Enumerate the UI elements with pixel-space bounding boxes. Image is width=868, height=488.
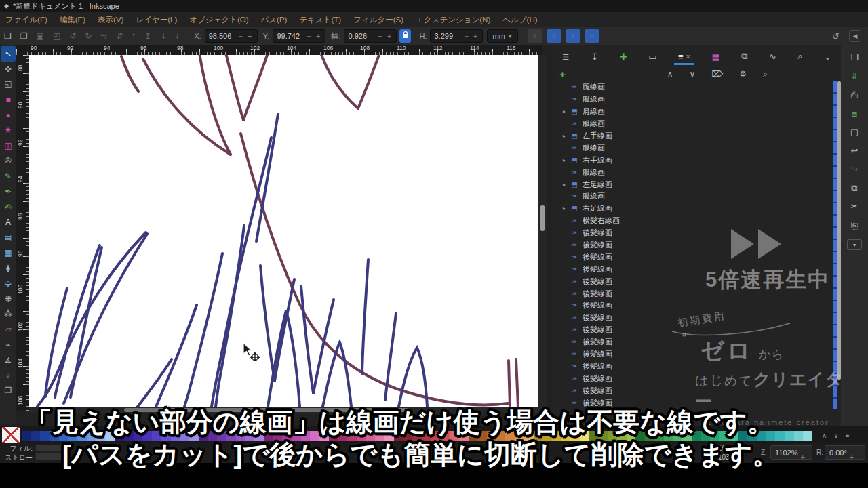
- layer-row-10[interactable]: ▸⬒右足線画: [554, 203, 831, 215]
- lock-ratio-button[interactable]: [399, 29, 411, 43]
- menu-item-5[interactable]: パス(P): [261, 15, 288, 25]
- cut-icon[interactable]: ✂: [851, 202, 859, 211]
- print-icon[interactable]: ⎙: [851, 90, 858, 99]
- save-document-icon[interactable]: ⇩: [851, 72, 859, 81]
- shape-builder-tool[interactable]: ◱: [1, 77, 16, 92]
- measure-tool[interactable]: ∡: [1, 352, 16, 368]
- tweak-tool[interactable]: ❋: [1, 291, 16, 307]
- x-field[interactable]: 98.506− +: [205, 29, 258, 43]
- settings-icon[interactable]: ⚙: [739, 69, 747, 79]
- layer-row-6[interactable]: ▸⬒右手線画: [554, 154, 831, 166]
- menu-item-1[interactable]: 編集(E): [60, 15, 85, 25]
- paste-icon[interactable]: ⎘: [851, 221, 858, 230]
- import-icon[interactable]: ⧈: [852, 109, 857, 118]
- open-document-icon[interactable]: ❒: [850, 53, 859, 62]
- raise-icon[interactable]: ↥: [144, 31, 151, 41]
- layer-row-2[interactable]: ▸⬒肩線画: [554, 106, 831, 118]
- width-field[interactable]: 0.926− +: [344, 29, 397, 43]
- palette-swatch-82[interactable]: [785, 431, 794, 441]
- pen-tool[interactable]: ✒: [1, 184, 16, 199]
- select-touch-icon[interactable]: ◰: [53, 31, 60, 41]
- tab-symbols[interactable]: ⧉: [738, 47, 750, 65]
- close-panel-icon[interactable]: ×: [686, 52, 690, 60]
- select-all-icon[interactable]: ❏: [4, 31, 12, 41]
- snap-page-button[interactable]: ⌗: [585, 29, 599, 43]
- box-3d-tool[interactable]: ◫: [1, 138, 16, 154]
- lower-icon[interactable]: ↧: [160, 31, 167, 41]
- layer-row-8[interactable]: ▸⬒左足線画: [554, 178, 831, 190]
- ellipse-tool[interactable]: ●: [1, 107, 16, 123]
- menu-item-6[interactable]: テキスト(T): [299, 15, 341, 25]
- redo-icon[interactable]: ↪: [851, 165, 859, 174]
- collapse-toolbar-button[interactable]: ◀: [849, 30, 861, 42]
- dropper-tool[interactable]: ⧫: [1, 260, 16, 276]
- menu-item-0[interactable]: ファイル(F): [5, 15, 47, 25]
- menu-item-9[interactable]: ヘルプ(H): [502, 15, 537, 25]
- layer-row-13[interactable]: ✑後髪線画: [554, 239, 831, 251]
- menu-item-2[interactable]: 表示(V): [98, 15, 123, 25]
- calligraphy-tool[interactable]: ✍: [1, 199, 16, 215]
- palette-up-icon[interactable]: ∧: [822, 432, 827, 439]
- add-layer-button[interactable]: +: [559, 68, 566, 80]
- tab-export[interactable]: ↧: [588, 47, 601, 65]
- snap-nodes-button[interactable]: ⌗: [547, 29, 561, 43]
- layer-row-4[interactable]: ▸⬒左手線画: [554, 130, 831, 142]
- menu-item-3[interactable]: レイヤー(L): [136, 15, 177, 25]
- reset-icon[interactable]: ↺: [832, 31, 840, 41]
- layer-row-5[interactable]: ✑服線画: [554, 142, 831, 154]
- eraser-tool[interactable]: ▱: [1, 322, 16, 338]
- unit-dropdown[interactable]: mm▼: [487, 29, 517, 43]
- palette-swatch-83[interactable]: [794, 431, 804, 441]
- flip-horizontal-icon[interactable]: ⇋: [100, 31, 107, 41]
- vertical-ruler[interactable]: 889092949698100102104106: [16, 55, 29, 411]
- vertical-scroll-thumb[interactable]: [540, 205, 545, 231]
- expand-arrow-icon[interactable]: ▸: [559, 205, 569, 211]
- layer-row-9[interactable]: ✑服線画: [554, 190, 831, 203]
- menu-item-4[interactable]: オブジェクト(O): [189, 15, 248, 25]
- snap-others-button[interactable]: ⌗: [566, 29, 580, 43]
- select-all-layers-icon[interactable]: ❐: [20, 31, 28, 41]
- canvas[interactable]: [29, 55, 538, 407]
- selector-tool[interactable]: ↖: [1, 46, 16, 62]
- horizontal-ruler[interactable]: 9092949698100102104106108110112114116: [16, 45, 542, 55]
- gradient-tool[interactable]: ▤: [1, 230, 16, 245]
- connector-tool[interactable]: ⌁: [1, 337, 16, 352]
- rotate-ccw-icon[interactable]: ↺: [69, 31, 76, 41]
- tab-draw[interactable]: ▭: [646, 47, 659, 65]
- rotate-cw-icon[interactable]: ↻: [85, 31, 92, 41]
- layer-row-3[interactable]: ✑服線画: [554, 118, 831, 130]
- rectangle-tool[interactable]: ■: [1, 92, 16, 108]
- lower-to-bottom-icon[interactable]: ⤓: [176, 31, 179, 41]
- no-color-swatch[interactable]: [2, 427, 20, 443]
- tab-path-effects[interactable]: ∿: [766, 47, 779, 65]
- layer-row-11[interactable]: ✑横髪右線画: [554, 215, 831, 227]
- copy-icon[interactable]: ⧉: [851, 184, 857, 192]
- move-down-icon[interactable]: ∨: [690, 69, 696, 79]
- layer-row-18[interactable]: ✑後髪線画: [554, 300, 831, 312]
- menu-item-7[interactable]: フィルター(S): [353, 15, 403, 25]
- delete-layer-icon[interactable]: ⌦: [711, 69, 723, 79]
- undo-icon[interactable]: ↩: [851, 146, 859, 155]
- node-tool[interactable]: ✜: [1, 62, 16, 77]
- palette-swatch-84[interactable]: [803, 431, 812, 441]
- expand-arrow-icon[interactable]: ▸: [559, 182, 569, 188]
- new-document-icon[interactable]: ▢: [850, 127, 859, 136]
- tab-find[interactable]: ⌕: [795, 47, 805, 65]
- tab-fill-stroke[interactable]: ✚: [617, 47, 630, 65]
- zoom-tool[interactable]: ⌕: [1, 367, 16, 383]
- tab-objects[interactable]: ≣: [559, 47, 572, 65]
- expand-arrow-icon[interactable]: ▸: [559, 157, 569, 163]
- tab-more[interactable]: ⌄: [821, 47, 834, 65]
- pages-tool[interactable]: ❐: [1, 383, 16, 399]
- spray-tool[interactable]: ⁂: [1, 306, 16, 322]
- search-icon[interactable]: ⌕: [763, 69, 768, 79]
- spiral-tool[interactable]: ✇: [1, 153, 16, 169]
- tab-layers[interactable]: ≡×: [675, 47, 693, 65]
- move-up-icon[interactable]: ∧: [667, 69, 673, 79]
- canvas-vertical-scrollbar[interactable]: [538, 55, 547, 411]
- rotation-field[interactable]: 0.00°− +: [825, 445, 865, 460]
- snap-bbox-button[interactable]: ⌗: [528, 29, 542, 43]
- layer-row-12[interactable]: ✑後髪線画: [554, 227, 831, 239]
- raise-to-top-icon[interactable]: ⤒: [132, 31, 135, 41]
- palette-menu-icon[interactable]: ≡: [846, 432, 850, 439]
